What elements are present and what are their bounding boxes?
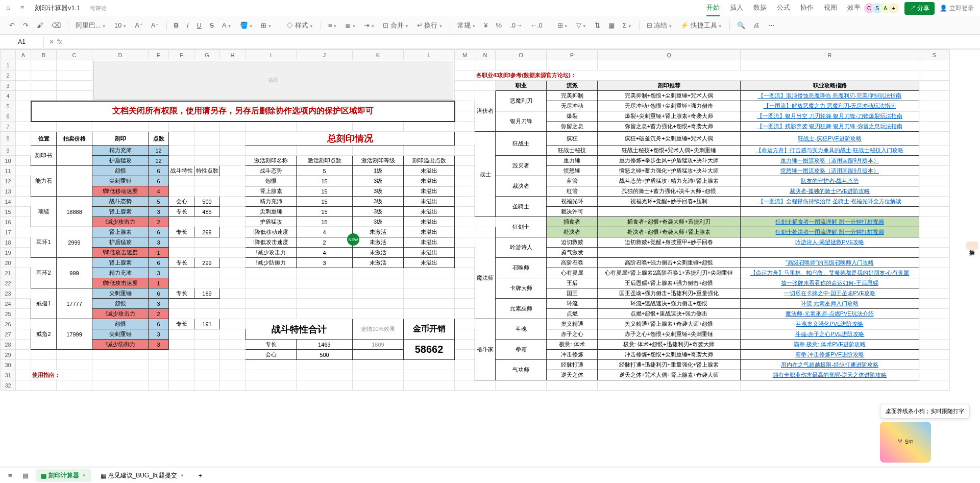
tab-insert[interactable]: 插入 bbox=[730, 0, 743, 16]
search-icon[interactable]: 🔍 bbox=[734, 19, 748, 31]
number-format[interactable]: 常规▼ bbox=[454, 19, 479, 32]
tab-formula[interactable]: 公式 bbox=[777, 0, 790, 16]
redo-icon[interactable]: ↷ bbox=[20, 19, 32, 31]
tab-view[interactable]: 视图 bbox=[824, 0, 837, 16]
tab-start[interactable]: 开始 bbox=[706, 0, 720, 16]
menu-icon[interactable]: ≡ bbox=[20, 4, 29, 12]
more-icon[interactable]: ⋯ bbox=[765, 19, 778, 31]
formula-input[interactable] bbox=[67, 38, 980, 45]
insert-row-icon[interactable]: ⊞▼ bbox=[554, 19, 571, 31]
align-h-icon[interactable]: ≡▼ bbox=[325, 19, 340, 31]
theme-switch-button[interactable]: 换肤 bbox=[966, 242, 978, 250]
tab-collab[interactable]: 协作 bbox=[800, 0, 814, 16]
clear-format-icon[interactable]: ⌫ bbox=[48, 19, 64, 31]
tab-efficiency[interactable]: 效率 bbox=[847, 0, 861, 16]
align-v-icon[interactable]: ≣▼ bbox=[342, 19, 359, 31]
merge-cells[interactable]: ⊡ 合并▼ bbox=[380, 19, 412, 32]
pet-image[interactable]: 🐕 S中 bbox=[880, 422, 931, 463]
quick-tools[interactable]: ⚡ 快捷工具▼ bbox=[677, 19, 725, 32]
decimal-inc-icon[interactable]: .0→ bbox=[507, 19, 525, 31]
menu-tabs: 开始 插入 数据 公式 协作 视图 效率 bbox=[706, 0, 861, 16]
doc-title: 刻印计算器v1.1 bbox=[35, 4, 81, 13]
percent-icon[interactable]: % bbox=[493, 19, 505, 31]
cancel-formula-icon[interactable]: ✕ bbox=[49, 38, 54, 45]
font-color-icon[interactable]: A▼ bbox=[219, 19, 235, 31]
pet-widget[interactable]: 桌面养线条小狗；实时跟随打字 🐕 S中 bbox=[880, 404, 970, 463]
bold-icon[interactable]: B bbox=[171, 19, 182, 31]
font-decrease-icon[interactable]: A⁻ bbox=[148, 19, 162, 31]
format-painter-icon[interactable]: 🖌 bbox=[34, 19, 46, 31]
spreadsheet-grid[interactable]: ABCDEFGHIJKLMNOPQRS1截图2各职业43刻印参考(数据来源官方论… bbox=[0, 50, 980, 466]
fx-icon[interactable]: fx bbox=[57, 38, 62, 45]
cell-style-select[interactable]: ◇ 样式▼ bbox=[283, 19, 316, 32]
font-size-select[interactable]: 10▼ bbox=[111, 19, 130, 31]
tab-data[interactable]: 数据 bbox=[753, 0, 767, 16]
currency-icon[interactable]: ¥ bbox=[481, 19, 491, 31]
sum-icon[interactable]: Σ▼ bbox=[620, 19, 635, 31]
undo-icon[interactable]: ↶ bbox=[6, 19, 18, 31]
italic-icon[interactable]: I bbox=[184, 19, 192, 31]
home-icon[interactable]: ⌂ bbox=[6, 4, 14, 12]
font-increase-icon[interactable]: A⁺ bbox=[132, 19, 146, 31]
fill-color-icon[interactable]: 🪣▼ bbox=[237, 19, 256, 31]
comment-mode-tag: 可评论 bbox=[87, 4, 110, 13]
strikethrough-icon[interactable]: S̶ bbox=[207, 19, 217, 31]
print-icon[interactable]: 🖨 bbox=[750, 19, 763, 31]
wrap-text[interactable]: ↵ 换行▼ bbox=[414, 19, 446, 32]
toolbar: ↶ ↷ 🖌 ⌫ 阿里巴...▼ 10▼ A⁺ A⁻ B I U S̶ A▼ 🪣▼… bbox=[0, 16, 980, 35]
login-button[interactable]: 👤 立即登录 bbox=[940, 4, 974, 13]
decimal-dec-icon[interactable]: ←.0 bbox=[527, 19, 546, 31]
new-badge: NEW bbox=[347, 233, 359, 246]
cell-reference[interactable]: A1 bbox=[0, 36, 44, 47]
pet-tooltip: 桌面养线条小狗；实时跟随打字 bbox=[880, 404, 970, 419]
collaborator-avatars[interactable]: C S A + bbox=[867, 3, 899, 14]
indent-icon[interactable]: ⇥▼ bbox=[361, 19, 378, 31]
font-select[interactable]: 阿里巴...▼ bbox=[72, 19, 109, 32]
share-button[interactable]: ↗ 分享 bbox=[904, 2, 935, 15]
conditional-format-icon[interactable]: ▦ bbox=[605, 19, 618, 31]
border-icon[interactable]: ⊞▼ bbox=[258, 19, 275, 31]
underline-icon[interactable]: U bbox=[194, 19, 205, 31]
filter-icon[interactable]: ▽▼ bbox=[573, 19, 590, 31]
sort-icon[interactable]: ⇅ bbox=[592, 19, 603, 31]
freeze-panes[interactable]: ⊟ 冻结▼ bbox=[644, 19, 676, 32]
